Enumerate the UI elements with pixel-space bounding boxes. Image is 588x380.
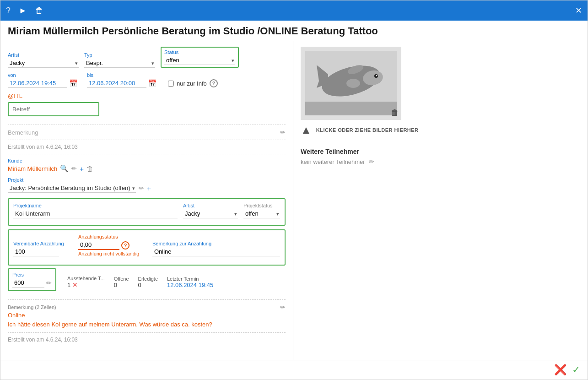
projektstatus-field: Projektstatus offen <box>243 203 280 218</box>
projekt-artist-select[interactable]: Jacky <box>183 209 238 218</box>
row-artist-typ-status: Artist Jacky Typ Bespr. <box>8 47 286 68</box>
nur-zur-info-label: nur zur Info <box>177 80 207 87</box>
title-bar-actions: ? ► 🗑 <box>6 6 43 16</box>
projekt-select[interactable]: Jacky: Persönliche Beratung im Studio (o… <box>8 184 136 193</box>
status-label: Status <box>164 49 235 55</box>
ausstehende-x-icon: ✕ <box>72 281 78 288</box>
bemerkung2-line1: Online <box>8 311 286 320</box>
projekt-add-icon[interactable]: + <box>147 185 151 192</box>
kunde-group: Kunde Miriam Müllermilch 🔍 ✏ + 🗑 <box>8 158 286 174</box>
kunde-add-icon[interactable]: + <box>80 165 84 173</box>
send-icon[interactable]: ► <box>19 6 27 16</box>
erledigte-value: 0 <box>138 282 158 288</box>
content-area: Artist Jacky Typ Bespr. <box>0 41 588 360</box>
upload-area[interactable]: ▲ KLICKE ODER ZIEHE BILDER HIERHER <box>301 124 580 136</box>
kunde-delete-icon[interactable]: 🗑 <box>86 165 93 173</box>
bemerkung2-edit-icon[interactable]: ✏ <box>280 304 286 311</box>
preis-input[interactable] <box>12 278 44 288</box>
offene-value: 0 <box>114 282 129 288</box>
teilnehmer-row: kein weiterer Teilnehmer ✏ <box>301 158 580 165</box>
bemerkung-label: Bemerkung <box>8 129 38 136</box>
erstellt-von-1: Erstellt von am 4.6.24, 16:03 <box>8 144 286 150</box>
delete-title-icon[interactable]: 🗑 <box>35 6 43 16</box>
preis-label: Preis <box>12 272 52 277</box>
typ-field: Typ Bespr. <box>84 52 155 68</box>
bemerkung-anzahlung-input[interactable] <box>152 247 280 256</box>
kunde-search-icon[interactable]: 🔍 <box>60 164 69 173</box>
bemerkung-anzahlung-label: Bemerkung zur Anzahlung <box>152 241 280 246</box>
bemerkung2-label: Bemerkung (2 Zeilen) <box>8 304 56 310</box>
bemerkung-anzahlung-field: Bemerkung zur Anzahlung <box>152 241 280 256</box>
typ-select[interactable]: Bespr. <box>84 59 155 68</box>
bis-input[interactable]: 12.06.2024 20:00 <box>87 79 146 88</box>
offene-col: Offene 0 <box>114 276 129 288</box>
erledigte-label: Erledigte <box>138 276 158 282</box>
bis-field: bis 12.06.2024 20:00 📅 <box>87 72 157 88</box>
left-panel: Artist Jacky Typ Bespr. <box>0 41 293 360</box>
bemerkung-row: Bemerkung ✏ <box>8 129 286 136</box>
kunde-label: Kunde <box>8 158 286 163</box>
betreff-input[interactable] <box>12 106 95 113</box>
von-input[interactable]: 12.06.2024 19:45 <box>8 79 67 88</box>
nur-zur-info-checkbox[interactable] <box>168 81 174 87</box>
koi-fish-image <box>305 51 397 115</box>
page-title: Miriam Müllermilch Persönliche Beratung … <box>0 21 588 41</box>
right-panel: 🗑 ▲ KLICKE ODER ZIEHE BILDER HIERHER Wei… <box>293 41 588 360</box>
projektname-field: Projektname <box>13 203 178 218</box>
stats-row: Ausstehende T... 1 ✕ Offene 0 Erledigte … <box>67 276 213 288</box>
bottom-bar: ❌ ✓ <box>0 360 588 380</box>
ausstehende-col: Ausstehende T... 1 ✕ <box>67 276 105 288</box>
teilnehmer-edit-icon[interactable]: ✏ <box>369 158 374 165</box>
preis-field: Preis ✏ <box>12 272 52 288</box>
info-help-icon[interactable]: ? <box>210 79 218 87</box>
von-calendar-icon[interactable]: 📅 <box>69 79 78 87</box>
bis-calendar-icon[interactable]: 📅 <box>148 79 157 87</box>
anzahlungsstatus-help-icon[interactable]: ? <box>121 241 129 250</box>
vereinbarte-anzahlung-input[interactable] <box>13 247 59 256</box>
status-select[interactable]: offen <box>164 56 235 65</box>
upload-text: KLICKE ODER ZIEHE BILDER HIERHER <box>316 127 419 133</box>
kunde-value: Miriam Müllermilch <box>8 165 57 172</box>
projekt-artist-field: Artist Jacky <box>183 203 238 218</box>
anzahlungsstatus-input[interactable] <box>78 240 119 250</box>
artist-select[interactable]: Jacky <box>8 59 79 68</box>
image-area: 🗑 <box>301 47 401 120</box>
anzahlung-fields-box: Vereinbarte Anzahlung Anzahlungsstatus ?… <box>8 229 286 266</box>
close-icon[interactable]: ✕ <box>575 5 582 16</box>
projektname-label: Projektname <box>13 203 178 208</box>
help-icon[interactable]: ? <box>6 6 11 16</box>
anzahlungsstatus-label: Anzahlungsstatus <box>78 234 147 239</box>
bis-label: bis <box>87 72 157 78</box>
cancel-button[interactable]: ❌ <box>554 364 566 376</box>
ok-button[interactable]: ✓ <box>572 364 580 376</box>
svg-point-7 <box>346 79 360 88</box>
letzter-termin-value: 12.06.2024 19:45 <box>167 282 213 288</box>
projektstatus-label: Projektstatus <box>243 203 280 208</box>
ausstehende-label: Ausstehende T... <box>67 276 105 281</box>
preis-edit-icon[interactable]: ✏ <box>46 279 52 287</box>
kunde-edit-icon[interactable]: ✏ <box>71 165 77 172</box>
projektname-input[interactable] <box>13 209 178 218</box>
vereinbarte-anzahlung-label: Vereinbarte Anzahlung <box>13 241 73 246</box>
bemerkung2-row: Bemerkung (2 Zeilen) ✏ Online Ich hätte … <box>8 304 286 329</box>
projekt-label: Projekt <box>8 177 286 183</box>
erstellt-von-2: Erstellt von am 4.6.24, 16:03 <box>8 337 286 343</box>
location-label[interactable]: @ITL <box>8 92 286 99</box>
artist-field: Artist Jacky <box>8 52 79 68</box>
kein-teilnehmer-label: kein weiterer Teilnehmer <box>301 158 365 165</box>
ausstehende-value: 1 <box>67 282 70 288</box>
image-delete-icon[interactable]: 🗑 <box>391 108 399 118</box>
projektstatus-select[interactable]: offen <box>243 209 280 218</box>
projekt-details-row: Projektname Artist Jacky Projektstatus <box>13 203 280 218</box>
row-dates: von 12.06.2024 19:45 📅 bis 12.06.2024 20… <box>8 72 286 88</box>
nur-zur-info-row: nur zur Info ? <box>168 79 218 87</box>
typ-label: Typ <box>84 52 155 58</box>
projekt-artist-label: Artist <box>183 203 238 208</box>
vereinbarte-anzahlung-field: Vereinbarte Anzahlung <box>13 241 73 256</box>
projekt-edit-icon[interactable]: ✏ <box>139 185 144 192</box>
title-bar: ? ► 🗑 ✕ <box>0 0 588 21</box>
kunde-row: Miriam Müllermilch 🔍 ✏ + 🗑 <box>8 164 286 173</box>
svg-point-5 <box>376 75 378 76</box>
bemerkung-edit-icon[interactable]: ✏ <box>280 129 286 136</box>
preis-box: Preis ✏ <box>8 268 56 291</box>
